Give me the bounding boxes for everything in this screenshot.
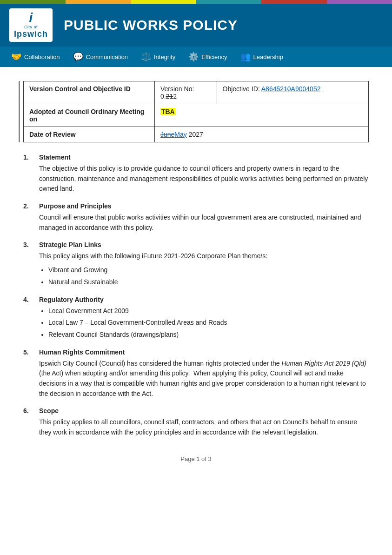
nav-label-leadership: Leadership [253,53,283,60]
nav-label-efficiency: Efficiency [201,53,227,60]
review-label-cell: Date of Review [24,127,155,142]
page-footer: Page 1 of 3 [23,446,369,470]
left-change-bar [19,81,20,142]
review-date-link[interactable]: JuneMay [160,131,187,138]
version-row: Version Control and Objective ID Version… [24,81,369,104]
section-6-header: 6. Scope [23,407,369,415]
version-label-cell: Version Control and Objective ID [24,81,155,104]
adopted-label-cell: Adopted at Council Ordinary Meeting on [24,104,155,127]
section-3-num: 3. [23,241,39,248]
page-title: PUBLIC WORKS POLICY [64,17,238,33]
nav-item-communication: 💬 Communication [66,52,134,62]
nav-item-leadership: 👥 Leadership [234,52,290,62]
objective-id-strike: A8645210 [261,85,291,93]
review-row: Date of Review JuneMay 2027 [24,127,369,142]
section-4-num: 4. [23,296,39,303]
adopted-row: Adopted at Council Ordinary Meeting on T… [24,104,369,127]
collaboration-icon: 🤝 [11,52,21,62]
version-no-new: 2 [173,93,177,100]
nav-item-efficiency: ⚙️ Efficiency [182,52,233,62]
section-1-body: The objective of this policy is to provi… [39,164,369,194]
nav-label-collaboration: Collaboration [24,53,60,60]
objective-id-cell: Objective ID: A8645210A9004052 [217,81,369,104]
section-3-bullets: Vibrant and Growing Natural and Sustaina… [48,265,369,287]
section-2-title: Purpose and Principles [39,202,112,210]
integrity-icon: ⚖️ [141,52,151,62]
section-1-header: 1. Statement [23,154,369,161]
version-no-strike: 21 [166,93,173,100]
review-date-strike: June [160,131,174,138]
adopted-value-cell: TBA [154,104,368,127]
version-no-cell: Version No: 0.212 [154,81,217,104]
section-6: 6. Scope This policy applies to all coun… [23,407,369,437]
logo-city: City of [24,25,38,29]
section-5-header: 5. Human Rights Commitment [23,348,369,356]
section-1: 1. Statement The objective of this polic… [23,154,369,194]
nav-bar: 🤝 Collaboration 💬 Communication ⚖️ Integ… [0,47,392,67]
section-5: 5. Human Rights Commitment Ipswich City … [23,348,369,399]
nav-label-communication: Communication [86,53,128,60]
nav-item-integrity: ⚖️ Integrity [134,52,182,62]
page-header: i City of Ipswich PUBLIC WORKS POLICY [0,4,392,47]
human-rights-act-italic: Human Rights Act 2019 (Qld) [281,360,366,367]
nav-label-integrity: Integrity [154,53,175,60]
section-4-title: Regulatory Authority [39,296,104,303]
section-3-body: This policy aligns with the following iF… [39,251,369,261]
color-segment-3 [131,0,196,4]
section-3: 3. Strategic Plan Links This policy alig… [23,241,369,287]
section-1-title: Statement [39,154,71,161]
section-1-num: 1. [23,154,39,161]
objective-id-link[interactable]: A8645210A9004052 [261,85,321,93]
section-2: 2. Purpose and Principles Council will e… [23,202,369,233]
adopted-label-text: Adopted at Council Ordinary Meeting on [29,108,144,123]
communication-icon: 💬 [73,52,83,62]
bullet-vibrant: Vibrant and Growing [48,265,369,275]
leadership-icon: 👥 [240,52,251,62]
section-2-header: 2. Purpose and Principles [23,202,369,210]
efficiency-icon: ⚙️ [188,52,199,62]
section-3-title: Strategic Plan Links [39,241,101,248]
review-date-new: May [174,131,186,138]
section-5-num: 5. [23,348,39,356]
adopted-value-tba: TBA [160,108,176,115]
bullet-local-law-7: Local Law 7 – Local Government-Controlle… [48,318,369,328]
review-date-suffix: 2027 [187,131,203,138]
objective-id-new: A9004052 [291,85,321,93]
section-3-header: 3. Strategic Plan Links [23,241,369,248]
section-5-title: Human Rights Commitment [39,348,125,356]
color-segment-5 [261,0,327,4]
section-6-body: This policy applies to all councillors, … [39,417,369,437]
version-table-wrapper: Version Control and Objective ID Version… [23,81,369,142]
section-6-title: Scope [39,407,59,415]
review-label-text: Date of Review [29,131,76,138]
nav-item-collaboration: 🤝 Collaboration [5,52,66,62]
objective-id-prefix: Objective ID: [223,85,261,93]
color-bar [0,0,392,4]
color-segment-4 [196,0,262,4]
color-segment-2 [66,0,131,4]
section-4-bullets: Local Government Act 2009 Local Law 7 – … [48,306,369,340]
page-number: Page 1 of 3 [180,455,212,462]
section-4-header: 4. Regulatory Authority [23,296,369,303]
color-segment-1 [0,0,66,4]
content-area: Version Control and Objective ID Version… [0,67,392,484]
section-2-body: Council will ensure that public works ac… [39,213,369,233]
logo: i City of Ipswich [9,8,53,42]
bullet-natural: Natural and Sustainable [48,277,369,288]
bullet-local-govt-act: Local Government Act 2009 [48,306,369,316]
bullet-council-standards: Relevant Council Standards (drawings/pla… [48,330,369,340]
color-segment-6 [327,0,392,4]
logo-name: Ipswich [14,29,48,39]
version-table: Version Control and Objective ID Version… [23,81,369,142]
review-value-cell: JuneMay 2027 [154,127,368,142]
section-2-num: 2. [23,202,39,210]
logo-icon: i [29,11,33,24]
section-4: 4. Regulatory Authority Local Government… [23,296,369,340]
version-label-text: Version Control and Objective ID [29,85,131,93]
section-6-num: 6. [23,407,39,415]
section-5-body: Ipswich City Council (Council) has consi… [39,359,369,399]
